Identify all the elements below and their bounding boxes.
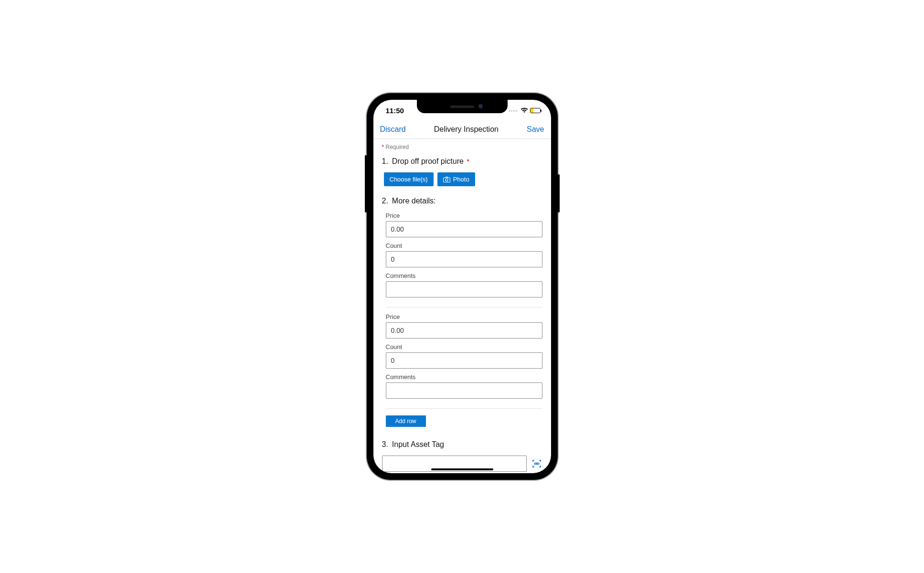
nav-bar: Discard Delivery Inspection Save: [373, 120, 551, 139]
comments-label: Comments: [386, 272, 542, 279]
count-label: Count: [386, 343, 542, 350]
question-1: 1. Drop off proof picture * Choose file(…: [382, 157, 542, 186]
comments-label: Comments: [386, 373, 542, 381]
form-content: * Required 1. Drop off proof picture * C…: [373, 139, 551, 473]
discard-button[interactable]: Discard: [380, 125, 406, 134]
cellular-dots-icon: ●●●●: [509, 109, 518, 112]
question-3-title: 3. Input Asset Tag: [382, 440, 542, 449]
svg-point-1: [446, 179, 448, 181]
add-row-button[interactable]: Add row: [386, 415, 426, 427]
take-photo-button[interactable]: Photo: [437, 172, 475, 186]
count-input[interactable]: [386, 251, 542, 267]
phone-notch: [417, 100, 508, 113]
question-3: 3. Input Asset Tag: [382, 440, 542, 472]
price-label: Price: [386, 313, 542, 320]
status-time: 11:50: [386, 106, 404, 115]
wifi-icon: [520, 107, 528, 113]
comments-input[interactable]: [386, 382, 542, 399]
barcode-scan-button[interactable]: [531, 458, 542, 469]
battery-icon: [530, 108, 541, 113]
page-title: Delivery Inspection: [434, 125, 499, 134]
home-indicator: [431, 468, 493, 470]
details-row: Price Count Comments: [386, 212, 542, 308]
phone-screen: 11:50 ●●●● Discard Delivery Inspection S…: [373, 100, 551, 473]
question-2-title: 2. More details:: [382, 197, 542, 205]
comments-input[interactable]: [386, 281, 542, 297]
status-right: ●●●●: [509, 107, 541, 113]
phone-frame: 11:50 ●●●● Discard Delivery Inspection S…: [367, 93, 558, 480]
price-input[interactable]: [386, 221, 542, 237]
question-2: 2. More details: Price Count: [382, 197, 542, 427]
count-input[interactable]: [386, 352, 542, 369]
save-button[interactable]: Save: [527, 125, 544, 134]
svg-rect-0: [443, 178, 450, 182]
choose-files-button[interactable]: Choose file(s): [384, 172, 434, 186]
details-row: Price Count Comments: [386, 313, 542, 409]
price-label: Price: [386, 212, 542, 219]
required-note: * Required: [382, 144, 542, 150]
speaker: [450, 106, 474, 108]
question-1-title: 1. Drop off proof picture *: [382, 157, 542, 166]
camera-icon: [443, 177, 450, 182]
price-input[interactable]: [386, 322, 542, 339]
front-camera: [478, 104, 483, 108]
count-label: Count: [386, 242, 542, 249]
